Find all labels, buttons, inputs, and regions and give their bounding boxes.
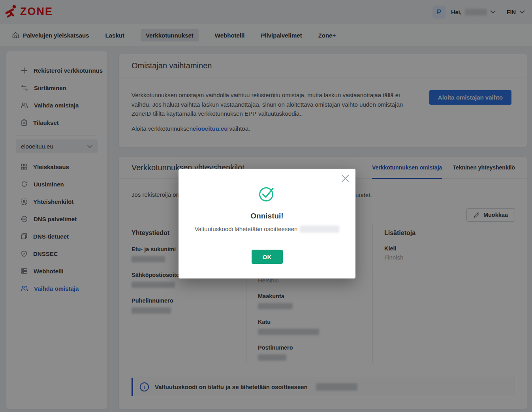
ok-button[interactable]: OK xyxy=(252,250,283,264)
success-modal: Onnistui! Valtuutuskoodi lähetetään osoi… xyxy=(179,169,355,278)
modal-message-text: Valtuutuskoodi lähetetään osoitteeseen xyxy=(195,226,298,232)
modal-message: Valtuutuskoodi lähetetään osoitteeseen xyxy=(179,226,355,233)
app-root: ZONE P Hei, FIN xyxy=(0,0,532,412)
modal-title: Onnistui! xyxy=(179,212,355,220)
redacted-email xyxy=(300,226,339,233)
close-icon[interactable] xyxy=(341,174,350,182)
success-check-icon xyxy=(258,185,276,202)
